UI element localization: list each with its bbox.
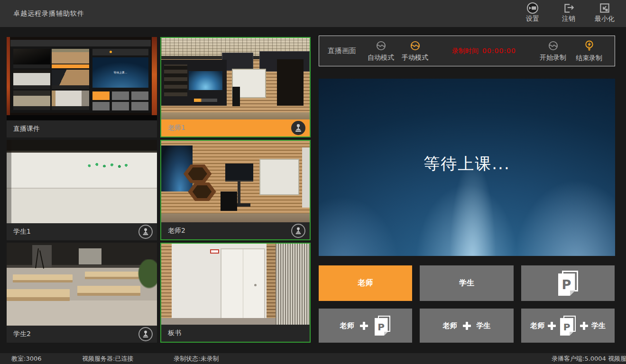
auto-mode-icon — [376, 40, 387, 53]
record-time-value: 00:00:00 — [482, 47, 516, 55]
scene-layout-buttons: 老师 学生 P 老师 P 老师 学生 老师 P 学生 — [319, 265, 615, 343]
camera-label: 板书 — [168, 329, 181, 337]
manual-mode-label: 手动模式 — [402, 54, 428, 62]
status-bar: 教室:3006 视频服务器:已连接 录制状态:未录制 录播客户端:5.0004 … — [0, 353, 626, 364]
start-record-button[interactable]: 开始录制 — [540, 40, 566, 62]
auto-mode-label: 自动模式 — [368, 54, 394, 62]
recording-control-bar: 直播画面 自动模式 手动模式 录制时间00:00:00 开始录制 结束录制 — [319, 36, 615, 66]
camera-label-bar: 板书 — [161, 325, 310, 342]
settings-label: 设置 — [526, 15, 539, 23]
settings-button[interactable]: 设置 — [518, 2, 547, 23]
video-server-status: 视频服务器:已连接 — [82, 355, 133, 363]
logout-button[interactable]: 注销 — [554, 2, 583, 23]
scene-button-teacher[interactable]: 老师 — [319, 265, 412, 301]
minimize-icon — [598, 2, 611, 14]
camera-label: 老师1 — [168, 124, 185, 132]
manual-mode-button[interactable]: 手动模式 — [402, 40, 428, 62]
client-version-status: 录播客户端:5.0004 视频服务器 — [552, 355, 626, 363]
ptz-joystick-icon[interactable] — [138, 225, 153, 239]
ppt-icon: P — [560, 316, 576, 336]
auto-mode-button[interactable]: 自动模式 — [368, 40, 394, 62]
camera-tile-live-courseware[interactable]: 等待上课... 直播课件 — [7, 37, 157, 137]
camera-feed-student2 — [7, 243, 157, 326]
settings-camera-icon — [526, 2, 539, 14]
camera-tile-student2[interactable]: 学生2 — [7, 243, 157, 343]
stop-record-label: 结束录制 — [576, 54, 602, 63]
ppt-icon: P — [375, 316, 390, 336]
manual-mode-icon — [410, 40, 421, 53]
camera-label-bar: 老师2 — [161, 222, 310, 239]
camera-feed-teacher2 — [161, 141, 310, 222]
camera-feed-teacher1 — [161, 38, 310, 119]
camera-tile-student1[interactable]: 学生1 — [7, 140, 157, 240]
titlebar-actions: 设置 注销 最小化 — [518, 2, 619, 23]
minimize-label: 最小化 — [595, 15, 615, 23]
ptz-joystick-icon[interactable] — [138, 327, 153, 341]
stop-record-button[interactable]: 结束录制 — [576, 40, 602, 63]
camera-label: 老师2 — [168, 227, 185, 235]
camera-label-bar: 老师1 — [161, 119, 310, 136]
plus-icon — [463, 322, 471, 330]
record-status: 录制状态:未录制 — [174, 355, 219, 363]
camera-label: 学生2 — [13, 330, 31, 338]
camera-label: 学生1 — [13, 228, 31, 236]
start-record-icon — [548, 40, 559, 53]
stop-record-bulb-icon — [584, 40, 595, 53]
live-view-label: 直播画面 — [328, 46, 356, 55]
minimize-button[interactable]: 最小化 — [590, 2, 619, 23]
camera-feed-student1 — [7, 140, 157, 223]
camera-label-bar: 学生2 — [7, 326, 157, 343]
start-record-label: 开始录制 — [540, 54, 566, 62]
mini-app-window: 等待上课... — [10, 40, 151, 113]
scene-button-teacher-ppt-student[interactable]: 老师 P 学生 — [521, 309, 615, 343]
camera-label: 直播课件 — [13, 125, 40, 133]
camera-label-bar: 直播课件 — [7, 120, 157, 137]
plus-icon — [548, 322, 556, 330]
live-preview-screen: 等待上课... — [319, 79, 615, 256]
plus-icon — [580, 322, 588, 330]
ptz-joystick-icon[interactable] — [291, 224, 305, 238]
camera-tile-blackboard[interactable]: 板书 — [160, 243, 311, 343]
logout-icon — [562, 2, 575, 14]
camera-thumbnail-grid: 等待上课... 直播课件 老师1 — [7, 37, 311, 343]
record-time-label: 录制时间 — [452, 47, 479, 55]
title-bar: 卓越远程录播辅助软件 设置 注销 最小化 — [0, 0, 626, 27]
logout-label: 注销 — [562, 15, 575, 23]
camera-tile-teacher1[interactable]: 老师1 — [160, 37, 311, 137]
scene-button-student[interactable]: 学生 — [420, 265, 514, 301]
ptz-joystick-icon[interactable] — [291, 121, 305, 135]
plus-icon — [360, 322, 368, 330]
scene-button-teacher-student[interactable]: 老师 学生 — [420, 309, 514, 343]
waiting-message: 等待上课... — [319, 153, 615, 175]
scene-button-teacher-ppt[interactable]: 老师 P — [319, 309, 412, 343]
classroom-status: 教室:3006 — [11, 355, 41, 363]
camera-label-bar: 学生1 — [7, 223, 157, 240]
camera-feed-live-courseware: 等待上课... — [7, 37, 157, 120]
scene-button-ppt[interactable]: P — [521, 265, 615, 301]
app-title: 卓越远程录播辅助软件 — [13, 9, 84, 18]
camera-tile-teacher2[interactable]: 老师2 — [160, 140, 311, 240]
record-time: 录制时间00:00:00 — [452, 47, 516, 55]
camera-feed-blackboard — [161, 244, 310, 325]
ppt-icon: P — [558, 271, 578, 296]
